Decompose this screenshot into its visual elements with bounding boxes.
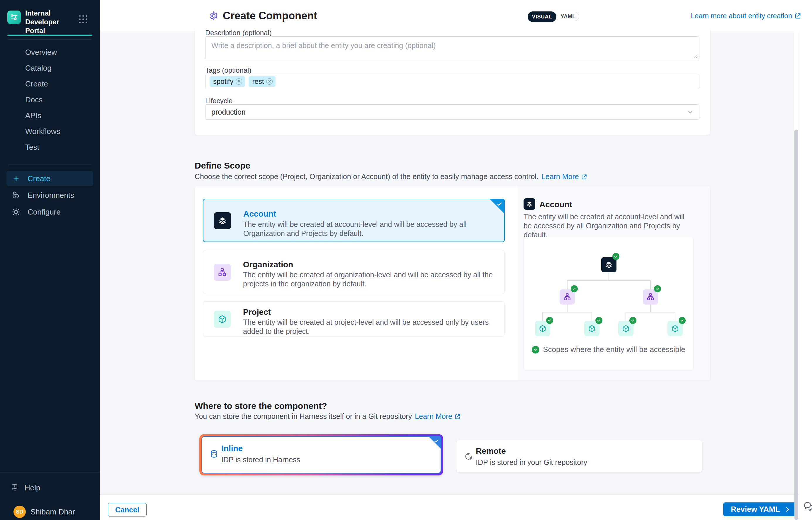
svg-text:?: ? — [14, 485, 16, 488]
store-option-remote[interactable]: Remote IDP is stored in your Git reposit… — [456, 440, 702, 472]
help-chat-icon: ? — [10, 483, 19, 492]
external-link-icon — [581, 174, 587, 180]
account-layers-icon — [214, 212, 231, 229]
check-icon — [496, 201, 503, 207]
gear-icon — [11, 207, 21, 217]
learn-more-entity-creation-link[interactable]: Learn more about entity creation — [691, 12, 802, 20]
external-link-icon — [454, 413, 461, 420]
sidebar-divider — [0, 472, 100, 473]
chevron-right-icon — [784, 506, 791, 513]
hexagons-icon — [11, 190, 21, 200]
check-badge — [629, 317, 636, 324]
tags-label: Tags (optional) — [205, 66, 251, 74]
pipeline-logo-icon — [10, 13, 19, 22]
description-label: Description (optional) — [205, 29, 272, 37]
scope-options-card: Account The entity will be created at ac… — [195, 186, 710, 381]
scope-option-account[interactable]: Account The entity will be created at ac… — [203, 199, 505, 242]
review-yaml-button[interactable]: Review YAML — [723, 502, 798, 516]
sidebar-divider — [8, 39, 91, 40]
check-badge — [595, 317, 602, 324]
sidebar-item-environments[interactable]: Environments — [6, 188, 93, 203]
store-option-inline-highlight: </> Inline IDP is stored in Harness — [199, 434, 443, 475]
store-section-title: Where to store the component? — [195, 401, 327, 411]
sidebar-item-test[interactable]: Test — [25, 141, 39, 153]
component-gear-icon — [209, 11, 219, 21]
sidebar-item-overview[interactable]: Overview — [25, 46, 57, 58]
user-menu[interactable]: SD Shibam Dhar — [14, 505, 75, 519]
database-code-icon: </> — [210, 450, 218, 460]
lifecycle-select[interactable]: production — [205, 104, 700, 120]
scope-detail-description: The entity will be created at account-le… — [524, 212, 692, 239]
git-remote-icon — [464, 452, 473, 462]
plus-icon: + — [11, 174, 21, 183]
vertical-scrollbar[interactable] — [794, 130, 798, 520]
store-section-subtitle: You can store the component in Harness i… — [195, 412, 461, 421]
sidebar-item-configure[interactable]: Configure — [6, 204, 93, 219]
sidebar-item-create[interactable]: Create — [25, 78, 48, 90]
check-icon — [532, 346, 540, 354]
avatar: SD — [14, 505, 26, 518]
svg-text:</>: </> — [212, 453, 216, 456]
tab-yaml[interactable]: YAML — [557, 12, 579, 21]
right-gutter — [799, 31, 812, 520]
check-badge — [654, 285, 661, 292]
sidebar-divider — [8, 164, 91, 164]
store-learn-more-link[interactable]: Learn More — [415, 412, 461, 421]
check-icon — [434, 438, 439, 444]
check-badge — [679, 317, 686, 324]
user-name: Shibam Dhar — [30, 508, 75, 517]
description-input[interactable] — [205, 36, 700, 59]
app-grid-icon[interactable] — [79, 15, 88, 25]
scope-detail-panel: Account The entity will be created at ac… — [518, 186, 710, 381]
sidebar-item-catalog[interactable]: Catalog — [25, 62, 52, 74]
tag-chip: spotify ✕ — [210, 76, 245, 87]
chevron-down-icon — [687, 108, 694, 115]
check-badge — [612, 253, 620, 260]
account-layers-icon — [524, 198, 535, 210]
scope-hierarchy-diagram: Scopes where the entity will be accessib… — [524, 237, 693, 370]
define-scope-subtitle: Choose the correct scope (Project, Organ… — [195, 172, 587, 181]
create-component-page: Internal Developer Portal Overview Catal… — [0, 0, 812, 520]
tab-visual[interactable]: VISUAL — [528, 11, 556, 22]
scope-option-organization[interactable]: Organization The entity will be created … — [203, 250, 505, 294]
chat-widget-icon[interactable] — [803, 501, 812, 512]
tags-input[interactable]: spotify ✕ rest ✕ — [205, 74, 700, 89]
sidebar-item-docs[interactable]: Docs — [25, 94, 43, 106]
scope-detail-title: Account — [540, 200, 572, 209]
store-option-inline[interactable]: </> Inline IDP is stored in Harness — [201, 436, 441, 473]
scope-option-project[interactable]: Project The entity will be created at pr… — [203, 301, 505, 337]
organization-sitemap-icon — [214, 264, 231, 281]
scope-learn-more-link[interactable]: Learn More — [542, 172, 587, 181]
lifecycle-label: Lifecycle — [205, 97, 233, 105]
project-cube-icon — [214, 311, 231, 328]
brand-accent-line — [7, 34, 92, 36]
sidebar-item-workflows[interactable]: Workflows — [25, 126, 60, 137]
check-badge — [571, 285, 578, 292]
check-badge — [546, 317, 553, 324]
help-button[interactable]: ? Help — [10, 481, 40, 494]
visual-yaml-toggle: VISUAL YAML — [528, 12, 579, 21]
remove-tag-icon[interactable]: ✕ — [266, 78, 272, 85]
footer-bar — [100, 494, 799, 520]
diagram-caption: Scopes where the entity will be accessib… — [524, 345, 693, 354]
sidebar-item-create-pinned[interactable]: + Create — [6, 171, 93, 186]
harness-idp-logo[interactable] — [7, 10, 21, 24]
brand-title: Internal Developer Portal — [25, 9, 81, 35]
sidebar-item-apis[interactable]: APIs — [25, 110, 41, 121]
page-title: Create Component — [223, 10, 317, 22]
page-header: Create Component VISUAL YAML Learn more … — [100, 0, 812, 31]
sidebar: Internal Developer Portal Overview Catal… — [0, 0, 100, 520]
tag-chip: rest ✕ — [248, 76, 276, 87]
external-link-icon — [794, 12, 802, 19]
remove-tag-icon[interactable]: ✕ — [236, 78, 242, 85]
cancel-button[interactable]: Cancel — [108, 503, 147, 517]
define-scope-title: Define Scope — [195, 161, 250, 171]
